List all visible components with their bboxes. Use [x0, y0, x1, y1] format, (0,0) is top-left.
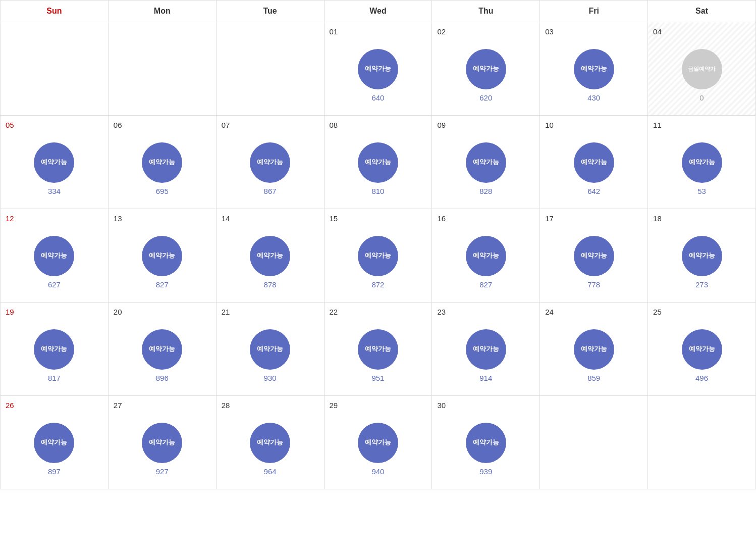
availability-count: 939: [479, 467, 492, 476]
calendar-cell[interactable]: 19예약가능817: [1, 303, 109, 396]
calendar-cell[interactable]: 30예약가능939: [432, 396, 540, 489]
reservation-badge[interactable]: 예약가능: [34, 423, 74, 463]
day-number: 13: [114, 214, 211, 223]
cell-content: 예약가능896: [114, 320, 211, 391]
reservation-badge[interactable]: 예약가능: [574, 329, 614, 370]
day-header-tue: Tue: [216, 1, 324, 22]
reservation-badge[interactable]: 예약가능: [250, 329, 290, 370]
reservation-badge[interactable]: 예약가능: [574, 142, 614, 183]
cell-content: 예약가능627: [6, 227, 103, 297]
reservation-badge[interactable]: 예약가능: [358, 49, 398, 89]
availability-count: 810: [371, 187, 384, 195]
reservation-badge[interactable]: 예약가능: [250, 423, 290, 463]
reservation-badge[interactable]: 예약가능: [358, 423, 398, 463]
calendar-cell[interactable]: 13예약가능827: [108, 209, 216, 303]
calendar-cell[interactable]: 29예약가능940: [324, 396, 432, 489]
availability-count: 927: [156, 467, 169, 476]
reservation-badge[interactable]: 예약가능: [250, 142, 290, 183]
calendar-cell: [108, 22, 216, 116]
reservation-badge[interactable]: 예약가능: [466, 49, 506, 89]
calendar-cell[interactable]: 26예약가능897: [1, 396, 109, 489]
calendar-cell[interactable]: 09예약가능828: [432, 116, 540, 209]
availability-count: 620: [479, 93, 492, 102]
day-number: 28: [222, 401, 319, 410]
availability-count: 778: [587, 280, 600, 289]
day-number: 10: [545, 121, 642, 129]
calendar-cell[interactable]: 17예약가능778: [540, 209, 648, 303]
calendar-cell[interactable]: 15예약가능872: [324, 209, 432, 303]
reservation-badge[interactable]: 예약가능: [142, 423, 182, 463]
day-number: 18: [653, 214, 750, 223]
calendar-cell[interactable]: 06예약가능695: [108, 116, 216, 209]
reservation-badge[interactable]: 예약가능: [142, 142, 182, 183]
reservation-badge[interactable]: 예약가능: [358, 236, 398, 276]
calendar-cell: [216, 22, 324, 116]
availability-count: 867: [264, 187, 277, 195]
calendar-cell[interactable]: 08예약가능810: [324, 116, 432, 209]
calendar-cell[interactable]: 11예약가능53: [648, 116, 756, 209]
calendar-cell[interactable]: 28예약가능964: [216, 396, 324, 489]
day-number: 15: [330, 214, 427, 223]
calendar-cell[interactable]: 20예약가능896: [108, 303, 216, 396]
reservation-badge[interactable]: 예약가능: [34, 236, 74, 276]
availability-count: 273: [695, 280, 708, 289]
cell-content: 예약가능867: [222, 133, 319, 204]
cell-content: 예약가능939: [437, 414, 534, 484]
reservation-badge[interactable]: 금일예약가: [682, 49, 722, 89]
day-number: 26: [6, 401, 103, 410]
day-number: 30: [437, 401, 534, 410]
calendar-cell[interactable]: 16예약가능827: [432, 209, 540, 303]
cell-content: 예약가능273: [653, 227, 750, 297]
availability-count: 827: [479, 280, 492, 289]
availability-count: 0: [699, 93, 704, 102]
cell-content: 예약가능810: [330, 133, 427, 204]
calendar-cell[interactable]: 25예약가능496: [648, 303, 756, 396]
day-number: 08: [330, 121, 427, 129]
calendar-cell[interactable]: 27예약가능927: [108, 396, 216, 489]
cell-content: 예약가능827: [437, 227, 534, 297]
reservation-badge[interactable]: 예약가능: [142, 329, 182, 370]
reservation-badge[interactable]: 예약가능: [682, 329, 722, 370]
calendar-cell[interactable]: 14예약가능878: [216, 209, 324, 303]
reservation-badge[interactable]: 예약가능: [34, 142, 74, 183]
calendar-cell[interactable]: 23예약가능914: [432, 303, 540, 396]
calendar-cell[interactable]: 05예약가능334: [1, 116, 109, 209]
day-number: 19: [6, 308, 103, 316]
reservation-badge[interactable]: 예약가능: [682, 236, 722, 276]
reservation-badge[interactable]: 예약가능: [142, 236, 182, 276]
calendar-cell[interactable]: 02예약가능620: [432, 22, 540, 116]
reservation-badge[interactable]: 예약가능: [682, 142, 722, 183]
calendar-cell[interactable]: 03예약가능430: [540, 22, 648, 116]
calendar-cell[interactable]: 01예약가능640: [324, 22, 432, 116]
calendar-cell[interactable]: 07예약가능867: [216, 116, 324, 209]
reservation-badge[interactable]: 예약가능: [34, 329, 74, 370]
day-number: 05: [6, 121, 103, 129]
cell-content: 예약가능940: [330, 414, 427, 484]
reservation-badge[interactable]: 예약가능: [574, 49, 614, 89]
reservation-badge[interactable]: 예약가능: [250, 236, 290, 276]
calendar-cell[interactable]: 18예약가능273: [648, 209, 756, 303]
calendar-cell[interactable]: 22예약가능951: [324, 303, 432, 396]
calendar-cell[interactable]: 24예약가능859: [540, 303, 648, 396]
availability-count: 828: [479, 187, 492, 195]
reservation-badge[interactable]: 예약가능: [574, 236, 614, 276]
day-header-mon: Mon: [108, 1, 216, 22]
reservation-badge[interactable]: 예약가능: [466, 423, 506, 463]
reservation-badge[interactable]: 예약가능: [358, 142, 398, 183]
reservation-badge[interactable]: 예약가능: [358, 329, 398, 370]
calendar-cell[interactable]: 21예약가능930: [216, 303, 324, 396]
cell-content: 예약가능778: [545, 227, 642, 297]
availability-count: 951: [371, 374, 384, 382]
calendar-cell[interactable]: 10예약가능642: [540, 116, 648, 209]
cell-content: 예약가능951: [330, 320, 427, 391]
day-number: 11: [653, 121, 750, 129]
reservation-badge[interactable]: 예약가능: [466, 236, 506, 276]
calendar-cell[interactable]: 04금일예약가0: [648, 22, 756, 116]
day-number: 22: [330, 308, 427, 316]
calendar-cell[interactable]: 12예약가능627: [1, 209, 109, 303]
reservation-badge[interactable]: 예약가능: [466, 142, 506, 183]
reservation-badge[interactable]: 예약가능: [466, 329, 506, 370]
cell-content: 예약가능642: [545, 133, 642, 204]
availability-count: 430: [587, 93, 600, 102]
day-number: 02: [437, 27, 534, 36]
